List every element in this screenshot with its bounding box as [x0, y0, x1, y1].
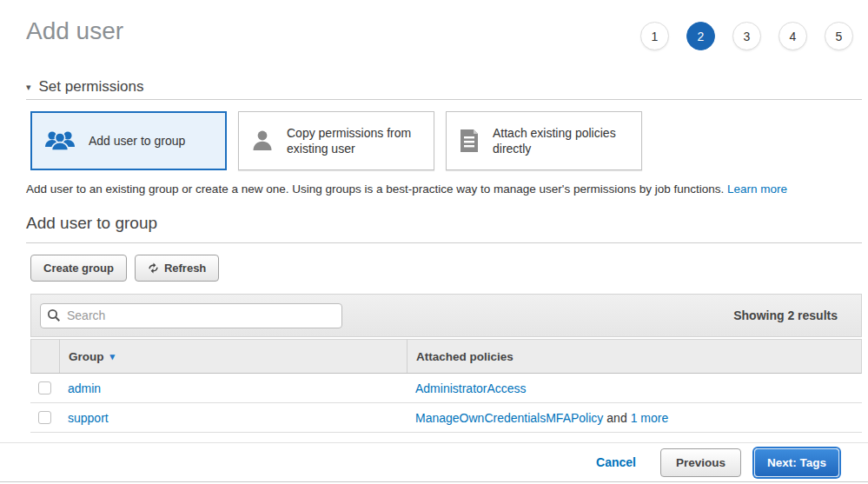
refresh-button[interactable]: Refresh [135, 255, 219, 282]
policies-cell: ManageOwnCredentialsMFAPolicy and 1 more [407, 403, 862, 432]
step-4: 4 [779, 22, 807, 50]
card-add-user-to-group[interactable]: Add user to group [30, 111, 227, 170]
table-row: support ManageOwnCredentialsMFAPolicy an… [30, 403, 862, 433]
sort-desc-icon: ▾ [110, 351, 116, 362]
policy-link[interactable]: ManageOwnCredentialsMFAPolicy [415, 411, 603, 425]
step-1: 1 [640, 22, 669, 50]
results-count: Showing 2 results [733, 308, 838, 322]
table-actions: Create group Refresh [30, 255, 219, 282]
row-checkbox[interactable] [38, 411, 51, 424]
card-label: Attach existing policies directly [493, 125, 631, 156]
card-copy-permissions[interactable]: Copy permissions from existing user [238, 111, 434, 170]
header-checkbox-cell [31, 340, 60, 373]
next-tags-button[interactable]: Next: Tags [754, 448, 839, 477]
user-icon [249, 128, 275, 154]
row-checkbox-cell [30, 403, 59, 432]
search-box [40, 303, 342, 328]
group-link-support[interactable]: support [68, 411, 109, 425]
collapse-caret-icon: ▾ [26, 82, 31, 93]
card-label: Copy permissions from existing user [287, 125, 423, 156]
table-toolbar: Showing 2 results [30, 294, 862, 337]
search-input[interactable] [40, 303, 342, 328]
policy-link[interactable]: AdministratorAccess [415, 381, 527, 395]
group-icon [43, 129, 77, 153]
policies-cell: AdministratorAccess [407, 374, 862, 402]
policy-join-text: and [606, 411, 626, 425]
create-group-button[interactable]: Create group [30, 255, 127, 282]
row-checkbox[interactable] [38, 381, 51, 394]
wizard-steps: 1 2 3 4 5 [640, 22, 853, 50]
card-attach-policies[interactable]: Attach existing policies directly [446, 111, 642, 170]
document-icon [457, 128, 481, 154]
page-title: Add user [26, 17, 123, 45]
column-header-group[interactable]: Group ▾ [60, 340, 407, 373]
group-column-label: Group [69, 350, 104, 363]
refresh-label: Refresh [164, 262, 206, 275]
search-icon [47, 308, 61, 322]
column-header-policies: Attached policies [407, 340, 861, 373]
set-permissions-label: Set permissions [39, 78, 144, 96]
wizard-footer: Cancel Previous Next: Tags [0, 442, 868, 482]
create-group-label: Create group [43, 262, 114, 275]
table-header-row: Group ▾ Attached policies [30, 339, 862, 374]
permission-option-cards: Add user to group Copy permissions from … [30, 111, 642, 170]
set-permissions-header[interactable]: ▾ Set permissions [26, 78, 143, 96]
previous-button[interactable]: Previous [660, 448, 741, 477]
description-text: Add user to an existing group or create … [26, 182, 727, 196]
table-row: admin AdministratorAccess [30, 374, 862, 403]
learn-more-link[interactable]: Learn more [727, 182, 787, 196]
divider [26, 242, 862, 243]
step-3: 3 [732, 22, 761, 50]
add-user-page: Add user 1 2 3 4 5 ▾ Set permissions Add… [0, 0, 868, 484]
group-cell: support [59, 403, 407, 432]
row-checkbox-cell [30, 374, 59, 402]
card-label: Add user to group [89, 133, 185, 149]
group-cell: admin [59, 374, 407, 402]
group-description: Add user to an existing group or create … [26, 182, 787, 196]
step-2-active: 2 [686, 22, 715, 50]
policies-column-label: Attached policies [416, 350, 514, 363]
cancel-link[interactable]: Cancel [596, 455, 636, 469]
divider [26, 99, 862, 100]
refresh-icon [148, 262, 159, 274]
more-policies-link[interactable]: 1 more [631, 411, 669, 425]
step-5: 5 [825, 22, 853, 50]
group-link-admin[interactable]: admin [68, 381, 101, 395]
add-user-to-group-title: Add user to group [26, 214, 157, 233]
groups-table: Showing 2 results Group ▾ Attached polic… [30, 294, 862, 433]
